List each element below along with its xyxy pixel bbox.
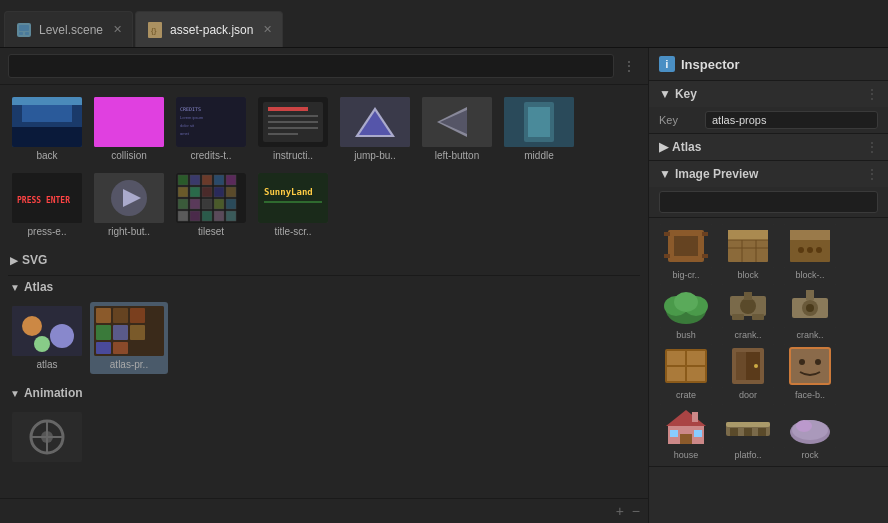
sprite-face-b[interactable]: face-b..: [781, 344, 839, 400]
svg-rect-3: [25, 32, 29, 35]
tab-label-asset-pack: asset-pack.json: [170, 23, 253, 37]
atlas-inspector-header[interactable]: ▶ Atlas ⋮: [649, 134, 888, 160]
sprite-thumb-rock: [784, 404, 836, 448]
atlas-section: ▼ Atlas atlas: [8, 276, 640, 374]
asset-instructions[interactable]: instructi..: [254, 93, 332, 165]
sprite-crate[interactable]: crate: [657, 344, 715, 400]
tab-close-level-scene[interactable]: ✕: [113, 23, 122, 36]
svg-rect-72: [96, 342, 111, 354]
image-preview-header[interactable]: ▼ Image Preview ⋮: [649, 161, 888, 187]
image-preview-search-bar: [649, 187, 888, 218]
inspector-header: i Inspector: [649, 48, 888, 81]
image-preview-section: ▼ Image Preview ⋮: [649, 161, 888, 467]
svg-text:Lorem ipsum: Lorem ipsum: [180, 115, 204, 120]
sprite-crank2[interactable]: crank..: [781, 284, 839, 340]
search-input[interactable]: [8, 54, 614, 78]
svg-rect-55: [202, 211, 212, 221]
remove-icon[interactable]: −: [632, 503, 640, 519]
svg-point-112: [806, 304, 814, 312]
svg-rect-45: [202, 187, 212, 197]
svg-point-105: [740, 298, 756, 314]
sprite-block[interactable]: block: [719, 224, 777, 280]
key-prop-input[interactable]: [705, 111, 878, 129]
sprite-thumb-block-dot: [784, 224, 836, 268]
asset-label-middle: middle: [524, 150, 553, 161]
svg-text:amet: amet: [180, 131, 190, 136]
bottom-bar: + −: [0, 498, 648, 523]
svg-rect-39: [190, 175, 200, 185]
tab-asset-pack[interactable]: {} asset-pack.json ✕: [135, 11, 283, 47]
image-preview-search-input[interactable]: [659, 191, 878, 213]
asset-thumb-atlas: [12, 306, 82, 356]
asset-atlas[interactable]: atlas: [8, 302, 86, 374]
sprite-platform[interactable]: platfo..: [719, 404, 777, 460]
svg-rect-68: [130, 308, 145, 323]
asset-left-button[interactable]: left-button: [418, 93, 496, 165]
svg-rect-69: [96, 325, 111, 340]
svg-rect-54: [190, 211, 200, 221]
sprite-door[interactable]: door: [719, 344, 777, 400]
key-section-options-icon[interactable]: ⋮: [866, 87, 878, 101]
sprite-label-block-dot: block-..: [795, 270, 824, 280]
sprite-label-platform: platfo..: [734, 450, 761, 460]
asset-back[interactable]: back: [8, 93, 86, 165]
svg-text:PRESS ENTER: PRESS ENTER: [17, 196, 70, 205]
inspector-body: ▼ Key ⋮ Key ▶ Atlas ⋮: [649, 81, 888, 523]
asset-thumb-tileset: [176, 173, 246, 223]
asset-title-screen[interactable]: SunnyLand title-scr..: [254, 169, 332, 241]
svg-rect-53: [178, 211, 188, 221]
asset-atlas-pr[interactable]: atlas-pr..: [90, 302, 168, 374]
sprite-big-cr[interactable]: big-cr..: [657, 224, 715, 280]
tab-close-asset-pack[interactable]: ✕: [263, 23, 272, 36]
asset-thumb-left-button: [422, 97, 492, 147]
asset-tileset[interactable]: tileset: [172, 169, 250, 241]
svg-rect-87: [728, 230, 768, 240]
animation-section-label: Animation: [24, 386, 83, 400]
asset-jump-button[interactable]: jump-bu..: [336, 93, 414, 165]
svg-rect-107: [732, 314, 744, 320]
sprite-block-dot[interactable]: block-..: [781, 224, 839, 280]
sprite-thumb-house: [660, 404, 712, 448]
sprite-rock[interactable]: rock: [781, 404, 839, 460]
svg-rect-66: [96, 308, 111, 323]
sprite-house[interactable]: house: [657, 404, 715, 460]
asset-thumb-jump-button: [340, 97, 410, 147]
svg-rect-125: [790, 348, 830, 384]
svg-section-header[interactable]: ▶ SVG: [8, 249, 640, 271]
json-icon: {}: [146, 21, 164, 39]
asset-collision[interactable]: collision: [90, 93, 168, 165]
sprite-crank1[interactable]: crank..: [719, 284, 777, 340]
sprite-label-big-cr: big-cr..: [672, 270, 699, 280]
search-options-icon[interactable]: ⋮: [618, 58, 640, 74]
sprite-bush[interactable]: bush: [657, 284, 715, 340]
svg-rect-84: [702, 254, 708, 258]
key-prop-row: Key: [649, 107, 888, 133]
asset-press-enter[interactable]: PRESS ENTER press-e..: [8, 169, 86, 241]
svg-rect-52: [226, 199, 236, 209]
svg-rect-73: [113, 342, 128, 354]
asset-label-collision: collision: [111, 150, 147, 161]
image-preview-options-icon[interactable]: ⋮: [866, 167, 878, 181]
svg-rect-47: [226, 187, 236, 197]
svg-rect-42: [226, 175, 236, 185]
svg-rect-7: [12, 127, 82, 147]
svg-point-64: [34, 336, 50, 352]
animation-section-header[interactable]: ▼ Animation: [8, 382, 640, 404]
svg-rect-11: [176, 97, 246, 147]
svg-rect-106: [744, 292, 752, 300]
key-section-header[interactable]: ▼ Key ⋮: [649, 81, 888, 107]
asset-right-button[interactable]: right-but..: [90, 169, 168, 241]
tab-level-scene[interactable]: Level.scene ✕: [4, 11, 133, 47]
svg-rect-58: [258, 173, 328, 223]
svg-rect-140: [744, 428, 752, 436]
asset-credits[interactable]: CREDITS Lorem ipsum dolor sit amet credi…: [172, 93, 250, 165]
svg-point-96: [807, 247, 813, 253]
asset-animation-reel[interactable]: [8, 408, 86, 469]
asset-middle[interactable]: middle: [500, 93, 578, 165]
add-icon[interactable]: +: [616, 503, 624, 519]
atlas-section-options-icon[interactable]: ⋮: [866, 140, 878, 154]
atlas-section-header[interactable]: ▼ Atlas: [8, 276, 640, 298]
sprite-grid: big-cr..: [649, 218, 888, 466]
image-preview-chevron-icon: ▼: [659, 167, 671, 181]
main-asset-grid: back collision CREDI: [8, 93, 640, 241]
